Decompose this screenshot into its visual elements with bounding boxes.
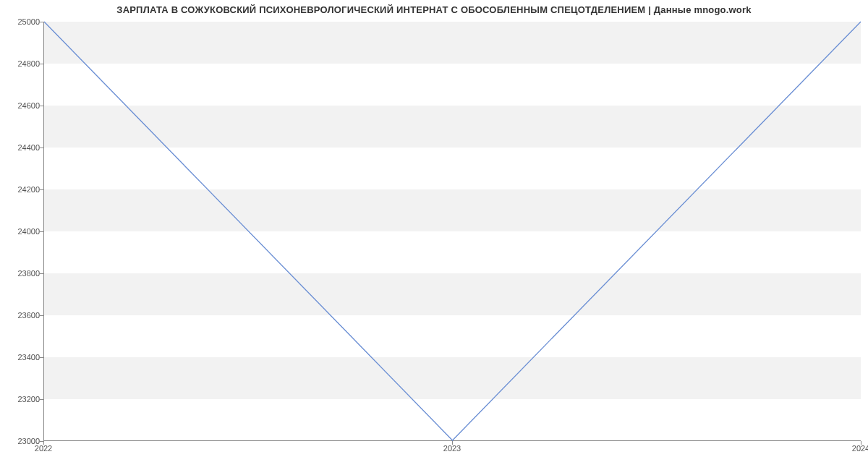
y-tick xyxy=(40,231,43,232)
y-tick-label: 23800 xyxy=(4,269,40,278)
y-tick xyxy=(40,273,43,274)
y-tick-label: 24200 xyxy=(4,185,40,194)
data-line xyxy=(44,22,861,440)
x-tick xyxy=(861,441,861,445)
y-tick xyxy=(40,189,43,190)
y-tick xyxy=(40,64,43,64)
y-tick xyxy=(40,22,43,22)
y-tick xyxy=(40,148,43,148)
y-tick xyxy=(40,106,43,106)
x-tick-label: 2022 xyxy=(35,444,52,453)
y-tick xyxy=(40,399,43,400)
y-tick-label: 25000 xyxy=(4,17,40,26)
x-tick xyxy=(43,441,44,445)
y-tick xyxy=(40,357,43,358)
x-tick xyxy=(452,441,453,445)
y-tick-label: 24600 xyxy=(4,101,40,110)
y-tick-label: 24800 xyxy=(4,59,40,68)
chart-title: ЗАРПЛАТА В СОЖУКОВСКИЙ ПСИХОНЕВРОЛОГИЧЕС… xyxy=(0,4,868,15)
y-tick-label: 23200 xyxy=(4,395,40,403)
y-tick-label: 23400 xyxy=(4,353,40,362)
y-tick-label: 24400 xyxy=(4,143,40,152)
plot-area xyxy=(43,22,861,441)
y-tick-label: 23600 xyxy=(4,311,40,320)
y-tick xyxy=(40,315,43,316)
x-tick-label: 2024 xyxy=(852,444,868,453)
x-tick-label: 2023 xyxy=(443,444,461,453)
y-tick-label: 24000 xyxy=(4,227,40,236)
